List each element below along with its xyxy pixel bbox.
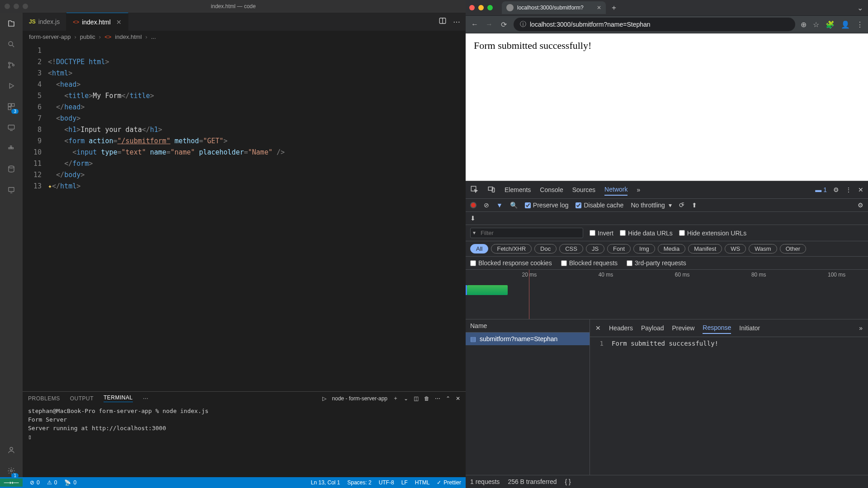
tab-output[interactable]: OUTPUT: [70, 395, 94, 402]
settings-gear-icon[interactable]: 1: [5, 465, 18, 477]
code-content[interactable]: <!DOCTYPE html> <html> <head> <title>My …: [48, 43, 285, 391]
filter-input[interactable]: [470, 228, 583, 238]
extensions-puzzle-icon[interactable]: 🧩: [826, 20, 835, 29]
errors-count[interactable]: ⊘ 0: [30, 479, 40, 486]
response-content[interactable]: Form submitted successfully!: [608, 337, 722, 475]
record-button[interactable]: [470, 202, 476, 208]
tab-index-html[interactable]: <> index.html ✕: [66, 13, 128, 31]
indent[interactable]: Spaces: 2: [347, 479, 371, 486]
type-manifest[interactable]: Manifest: [688, 244, 722, 253]
remote-explorer-icon[interactable]: [5, 121, 18, 134]
window-controls[interactable]: [469, 5, 493, 10]
back-button[interactable]: ←: [470, 20, 479, 28]
type-font[interactable]: Font: [607, 244, 631, 253]
warnings-count[interactable]: ⚠ 0: [47, 479, 57, 486]
type-js[interactable]: JS: [586, 244, 604, 253]
close-devtools-icon[interactable]: ✕: [858, 186, 863, 193]
live-share-icon[interactable]: [5, 183, 18, 196]
source-control-icon[interactable]: [5, 59, 18, 71]
forward-button[interactable]: →: [485, 20, 494, 28]
search-icon[interactable]: 🔍: [510, 202, 518, 209]
more-actions-icon[interactable]: ⋯: [453, 18, 460, 26]
remote-indicator[interactable]: ⟶⟵: [0, 479, 23, 487]
new-terminal-icon[interactable]: ＋: [393, 394, 398, 402]
close-panel-icon[interactable]: ✕: [456, 395, 460, 402]
split-editor-icon[interactable]: [439, 17, 447, 27]
invert-checkbox[interactable]: Invert: [590, 230, 613, 237]
encoding[interactable]: UTF-8: [379, 479, 394, 486]
settings-icon[interactable]: ⚙: [833, 186, 839, 193]
tab-terminal[interactable]: TERMINAL: [104, 394, 133, 402]
tab-preview[interactable]: Preview: [672, 323, 695, 333]
bookmark-icon[interactable]: ☆: [813, 20, 819, 29]
shell-label[interactable]: node - form-server-app: [332, 395, 387, 402]
issues-badge[interactable]: ▬ 1: [815, 186, 827, 193]
blocked-requests-checkbox[interactable]: Blocked requests: [561, 259, 618, 267]
request-row[interactable]: ▤ submitform?name=Stephan: [466, 333, 590, 345]
tab-more[interactable]: ⋯: [143, 395, 149, 402]
type-media[interactable]: Media: [658, 244, 685, 253]
type-css[interactable]: CSS: [559, 244, 583, 253]
ports-count[interactable]: 📡 0: [64, 479, 76, 486]
requests-header[interactable]: Name: [466, 319, 590, 333]
more-detail-tabs-icon[interactable]: »: [859, 324, 863, 332]
browser-tab[interactable]: localhost:3000/submitform? ✕: [502, 1, 606, 14]
type-other[interactable]: Other: [780, 244, 807, 253]
clear-icon[interactable]: ⊘: [484, 202, 489, 209]
extensions-icon[interactable]: 3: [5, 100, 18, 113]
disable-cache-checkbox[interactable]: Disable cache: [576, 202, 623, 209]
format-json-icon[interactable]: { }: [565, 478, 571, 485]
export-har-icon[interactable]: ⬇: [470, 215, 476, 222]
maximize-window-icon[interactable]: [487, 5, 493, 10]
tab-payload[interactable]: Payload: [641, 323, 664, 333]
blocked-cookies-checkbox[interactable]: Blocked response cookies: [470, 259, 552, 267]
sparkle-icon[interactable]: ✦: [48, 182, 52, 190]
crumb[interactable]: ...: [151, 33, 156, 40]
new-tab-button[interactable]: ＋: [610, 3, 618, 13]
network-settings-icon[interactable]: ⚙: [858, 202, 863, 209]
tab-console[interactable]: Console: [540, 184, 563, 195]
trash-icon[interactable]: 🗑: [424, 395, 429, 402]
third-party-checkbox[interactable]: 3rd-party requests: [627, 259, 686, 267]
run-debug-icon[interactable]: [5, 80, 18, 92]
menu-icon[interactable]: ⋮: [856, 20, 863, 29]
tab-initiator[interactable]: Initiator: [739, 323, 760, 333]
account-icon[interactable]: [5, 444, 18, 456]
docker-icon[interactable]: [5, 142, 18, 155]
chevron-down-icon[interactable]: ⌄: [855, 4, 864, 12]
kebab-menu-icon[interactable]: ⋮: [845, 186, 852, 193]
profile-icon[interactable]: 👤: [841, 20, 850, 29]
language-mode[interactable]: HTML: [415, 479, 430, 486]
terminal-content[interactable]: stephan@MacBook-Pro form-server-app % no…: [23, 405, 466, 477]
minimize-window-icon[interactable]: [478, 5, 484, 10]
network-conditions-icon[interactable]: ⟳̃: [679, 202, 684, 209]
maximize-icon[interactable]: ⌃: [446, 395, 450, 402]
close-window-icon[interactable]: [469, 5, 475, 10]
close-detail-icon[interactable]: ✕: [595, 324, 601, 332]
inspect-element-icon[interactable]: [470, 185, 478, 195]
hide-ext-urls-checkbox[interactable]: Hide extension URLs: [679, 230, 747, 237]
eol[interactable]: LF: [401, 479, 408, 486]
tab-network[interactable]: Network: [604, 184, 627, 196]
hide-data-urls-checkbox[interactable]: Hide data URLs: [620, 230, 673, 237]
type-ws[interactable]: WS: [725, 244, 746, 253]
preserve-log-checkbox[interactable]: Preserve log: [525, 202, 569, 209]
tab-problems[interactable]: PROBLEMS: [28, 395, 60, 402]
type-wasm[interactable]: Wasm: [749, 244, 777, 253]
tab-sources[interactable]: Sources: [572, 184, 595, 195]
network-timeline[interactable]: 20 ms 40 ms 60 ms 80 ms 100 ms: [466, 270, 868, 319]
device-toolbar-icon[interactable]: [487, 185, 495, 195]
type-all[interactable]: All: [470, 244, 488, 253]
cursor-position[interactable]: Ln 13, Col 1: [311, 479, 340, 486]
crumb[interactable]: form-server-app: [29, 33, 71, 40]
close-tab-icon[interactable]: ✕: [597, 5, 601, 11]
tab-response[interactable]: Response: [703, 322, 731, 334]
reload-button[interactable]: ⟳: [499, 20, 508, 29]
type-doc[interactable]: Doc: [534, 244, 557, 253]
more-tabs-icon[interactable]: »: [637, 186, 640, 193]
chevron-down-icon[interactable]: ⌄: [404, 395, 408, 402]
run-task-icon[interactable]: ▷: [322, 395, 326, 402]
close-icon[interactable]: ✕: [116, 19, 122, 26]
prettier-status[interactable]: ✓ Prettier: [437, 479, 461, 486]
tab-index-js[interactable]: JS index.js: [23, 13, 66, 31]
